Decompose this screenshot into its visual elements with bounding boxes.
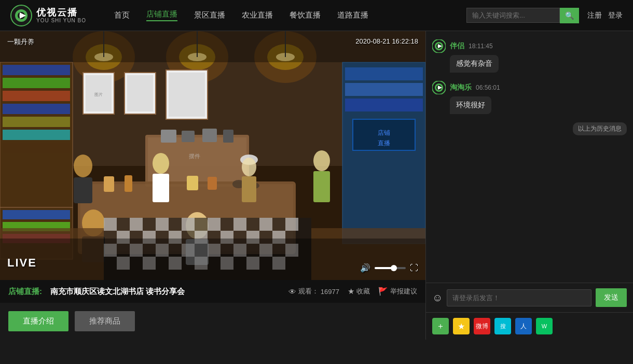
send-button[interactable]: 发送 [596, 288, 627, 307]
favorites-stat[interactable]: ★ 收藏 [348, 287, 370, 296]
share-search-icon[interactable]: 搜 [494, 318, 511, 334]
views-stat: 👁 观看： 16977 [288, 287, 339, 296]
svg-rect-42 [182, 131, 195, 142]
svg-rect-75 [285, 218, 298, 231]
chat-user-row-2: 淘淘乐 06:56:01 [432, 81, 627, 94]
chat-input-row: ☺ 发送 [432, 288, 627, 307]
share-bar: ＋ ★ 微博 搜 人 W [426, 312, 633, 340]
favorites-label: 收藏 [356, 287, 370, 296]
svg-rect-57 [153, 174, 169, 202]
nav-store-live[interactable]: 店铺直播 [146, 9, 177, 21]
share-star-icon[interactable]: ★ [453, 318, 470, 334]
chat-username-1: 伴侣 [450, 41, 464, 51]
chat-avatar-2 [432, 81, 446, 94]
svg-text:店铺: 店铺 [378, 129, 390, 136]
svg-rect-49 [125, 175, 132, 192]
chat-messages: 伴侣 18:11:45 感觉有杂音 [426, 31, 633, 283]
svg-rect-20 [345, 67, 423, 80]
svg-rect-21 [345, 83, 423, 96]
share-add-icon[interactable]: ＋ [432, 318, 449, 334]
header: 优视云播 YOU SHI YUN BO 首页 店铺直播 景区直播 农业直播 餐饮… [0, 0, 633, 31]
svg-rect-50 [187, 176, 198, 190]
chat-message-1: 伴侣 18:11:45 感觉有杂音 [432, 39, 627, 73]
tab-bar: 直播介绍 推荐商品 [0, 303, 425, 340]
star-icon: ★ [348, 287, 354, 296]
svg-rect-104 [127, 75, 153, 111]
svg-rect-55 [74, 177, 92, 203]
info-bar: 店铺直播: 南充市顺庆区读文北湖书店 读书分享会 👁 观看： 16977 ★ 收… [0, 280, 425, 303]
svg-rect-106 [169, 73, 205, 117]
svg-rect-11 [3, 104, 70, 114]
share-renren-icon[interactable]: 人 [515, 318, 532, 334]
svg-rect-71 [182, 218, 195, 231]
history-badge: 以上为历史消息 [573, 122, 627, 135]
share-wechat-icon[interactable]: W [536, 318, 553, 334]
chat-bubble-1: 感觉有杂音 [450, 55, 499, 73]
svg-rect-14 [3, 143, 70, 153]
svg-rect-12 [3, 117, 70, 127]
search-input[interactable] [466, 8, 560, 23]
chat-avatar-1 [432, 39, 446, 53]
video-player[interactable]: 店铺 直播 [0, 31, 425, 280]
svg-rect-16 [3, 210, 70, 219]
svg-point-56 [153, 153, 169, 174]
chat-time-1: 18:11:45 [469, 43, 493, 50]
svg-rect-44 [223, 130, 233, 143]
eye-icon: 👁 [288, 287, 296, 296]
info-stats: 👁 观看： 16977 ★ 收藏 🚩 举报建议 [288, 287, 417, 296]
views-count: 16977 [321, 288, 339, 296]
chat-text-input[interactable] [447, 289, 591, 306]
svg-rect-13 [3, 130, 70, 140]
svg-rect-51 [208, 177, 217, 190]
svg-rect-48 [104, 176, 114, 192]
stream-title: 南充市顺庆区读文北湖书店 读书分享会 [50, 287, 185, 297]
chat-input-area: ☺ 发送 [426, 283, 633, 312]
svg-rect-68 [104, 218, 117, 231]
svg-rect-70 [156, 218, 169, 231]
svg-text:直播: 直播 [378, 139, 390, 147]
svg-rect-74 [259, 218, 272, 231]
svg-point-61 [313, 150, 330, 171]
nav-agriculture[interactable]: 农业直播 [242, 10, 273, 20]
login-button[interactable]: 登录 [608, 11, 623, 20]
svg-text:图片: 图片 [94, 92, 103, 97]
search-button[interactable]: 🔍 [560, 8, 579, 23]
main-content: 店铺 直播 [0, 31, 633, 340]
svg-rect-60 [242, 176, 256, 202]
svg-rect-69 [130, 218, 143, 231]
report-stat[interactable]: 🚩 举报建议 [378, 287, 417, 296]
chat-time-2: 06:56:01 [476, 84, 500, 91]
nav-scenic[interactable]: 景区直播 [194, 10, 225, 20]
video-section: 店铺 直播 [0, 31, 425, 340]
svg-rect-8 [3, 65, 70, 75]
svg-rect-107 [0, 239, 425, 280]
svg-point-59 [242, 158, 256, 176]
tab-products[interactable]: 推荐商品 [75, 311, 135, 331]
svg-rect-41 [161, 130, 176, 143]
svg-text:摆件: 摆件 [189, 153, 200, 159]
share-weibo-icon[interactable]: 微博 [474, 318, 490, 334]
chat-username-2: 淘淘乐 [450, 83, 472, 92]
svg-rect-43 [202, 129, 217, 142]
logo: 优视云播 YOU SHI YUN BO [10, 5, 93, 26]
svg-rect-73 [233, 218, 246, 231]
history-divider: 以上为历史消息 [432, 122, 627, 135]
nav: 首页 店铺直播 景区直播 农业直播 餐饮直播 道路直播 [114, 9, 466, 21]
nav-road[interactable]: 道路直播 [337, 10, 368, 20]
auth-buttons: 注册 登录 [587, 11, 623, 20]
views-label: 观看： [298, 287, 319, 296]
report-label: 举报建议 [390, 287, 417, 296]
flag-icon: 🚩 [378, 287, 388, 296]
stream-category: 店铺直播: [8, 287, 42, 297]
chat-bubble-2: 环境很好 [450, 96, 491, 114]
chat-message-2: 淘淘乐 06:56:01 环境很好 [432, 81, 627, 114]
search-area: 🔍 [466, 8, 579, 23]
chat-user-row-1: 伴侣 18:11:45 [432, 39, 627, 53]
register-button[interactable]: 注册 [587, 11, 602, 20]
logo-cn: 优视云播 [36, 8, 86, 17]
emoji-button[interactable]: ☺ [432, 292, 443, 304]
nav-home[interactable]: 首页 [114, 10, 130, 20]
nav-dining[interactable]: 餐饮直播 [290, 10, 321, 20]
svg-rect-62 [313, 171, 330, 202]
tab-intro[interactable]: 直播介绍 [8, 311, 68, 331]
